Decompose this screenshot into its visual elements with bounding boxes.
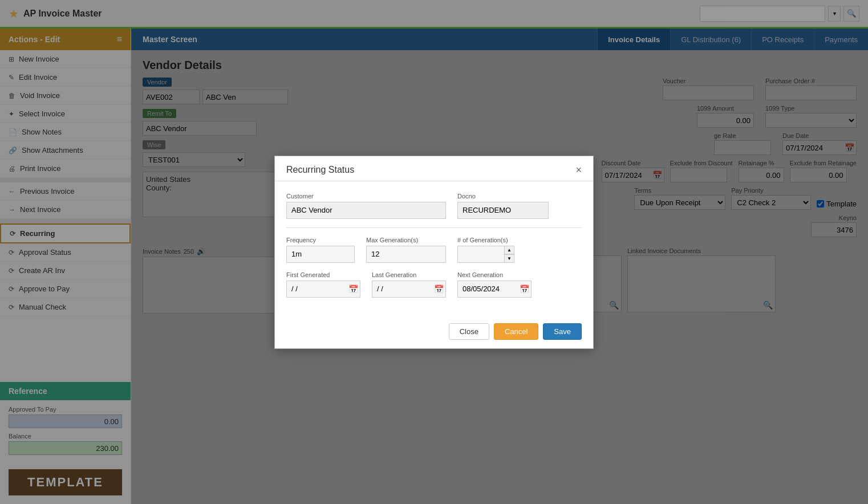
modal-max-gen-label: Max Generation(s) — [366, 237, 446, 243]
modal-num-gen-field: # of Generation(s) ▲ ▼ — [457, 237, 514, 263]
modal-frequency-field: Frequency — [286, 237, 355, 263]
modal-num-gen-label: # of Generation(s) — [457, 237, 514, 243]
modal-footer: Close Cancel Save — [275, 318, 593, 348]
modal-last-gen-wrap: 📅 — [372, 281, 446, 298]
modal-dates-row: First Generated 📅 Last Generation 📅 Next… — [286, 271, 582, 298]
recurring-status-modal: Recurring Status × Customer Docno Freque… — [274, 156, 594, 349]
modal-next-gen-field: Next Generation 📅 — [457, 271, 532, 298]
modal-frequency-label: Frequency — [286, 237, 355, 243]
modal-body: Customer Docno Frequency Max Generation(… — [275, 181, 593, 318]
spinner-down-button[interactable]: ▼ — [504, 254, 514, 263]
modal-freq-row: Frequency Max Generation(s) # of Generat… — [286, 237, 582, 263]
modal-first-gen-field: First Generated 📅 — [286, 271, 360, 298]
modal-first-gen-label: First Generated — [286, 271, 360, 278]
modal-next-gen-input[interactable] — [457, 281, 532, 298]
save-button[interactable]: Save — [543, 323, 582, 340]
modal-customer-field: Customer — [286, 193, 446, 219]
modal-first-gen-wrap: 📅 — [286, 281, 360, 298]
modal-next-gen-label: Next Generation — [457, 271, 532, 278]
modal-customer-row: Customer Docno — [286, 193, 582, 219]
modal-docno-label: Docno — [457, 193, 549, 200]
cancel-button[interactable]: Cancel — [494, 323, 538, 340]
modal-divider — [286, 227, 582, 228]
spinner-up-button[interactable]: ▲ — [504, 246, 514, 254]
modal-frequency-input[interactable] — [286, 246, 355, 263]
modal-first-gen-input[interactable] — [286, 281, 360, 298]
modal-max-gen-input[interactable] — [366, 246, 446, 263]
modal-docno-input[interactable] — [457, 202, 549, 219]
modal-title: Recurring Status — [286, 165, 354, 175]
modal-customer-label: Customer — [286, 193, 446, 200]
modal-next-gen-wrap: 📅 — [457, 281, 532, 298]
modal-last-gen-field: Last Generation 📅 — [372, 271, 446, 298]
modal-last-gen-input[interactable] — [372, 281, 446, 298]
modal-header: Recurring Status × — [275, 156, 593, 181]
spinner-buttons: ▲ ▼ — [504, 246, 514, 263]
modal-docno-field: Docno — [457, 193, 549, 219]
close-button[interactable]: Close — [449, 323, 489, 340]
modal-overlay: Recurring Status × Customer Docno Freque… — [0, 0, 868, 504]
modal-last-gen-label: Last Generation — [372, 271, 446, 278]
modal-customer-input[interactable] — [286, 202, 446, 219]
modal-num-gen-spinner: ▲ ▼ — [457, 246, 514, 263]
modal-close-button[interactable]: × — [575, 165, 582, 175]
modal-max-gen-field: Max Generation(s) — [366, 237, 446, 263]
